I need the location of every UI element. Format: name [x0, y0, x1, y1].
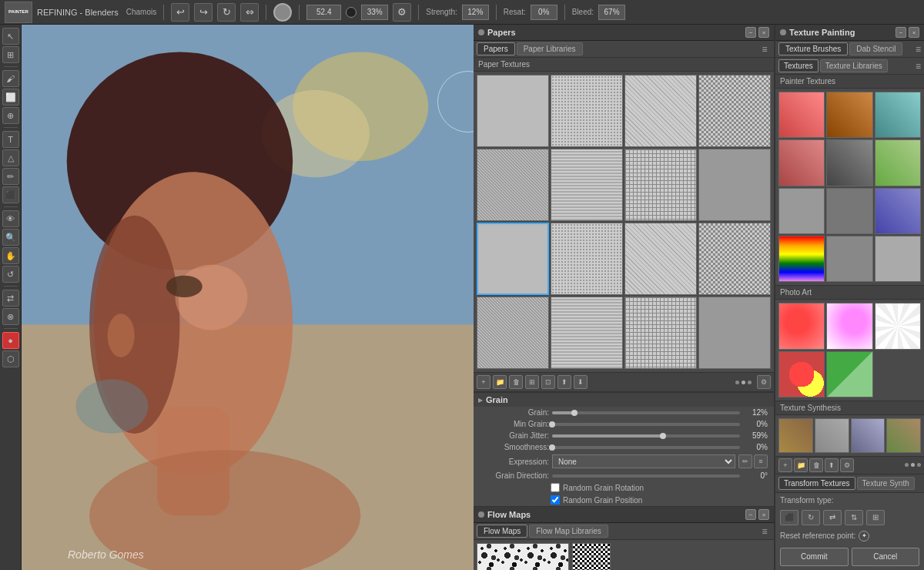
random-position-checkbox[interactable] [551, 495, 560, 505]
ptb-dot-2[interactable] [742, 381, 745, 384]
texture-thumb-4[interactable] [698, 75, 771, 147]
flowmaps-minimize-btn[interactable]: − [745, 509, 756, 520]
photo-thumb-1[interactable] [778, 303, 825, 349]
synth-thumb-2[interactable] [815, 418, 849, 453]
tool-fill[interactable]: ⬛ [2, 186, 19, 203]
papers-minimize-btn[interactable]: − [745, 27, 756, 38]
painter-thumb-3[interactable] [875, 92, 921, 138]
texture-tab-brushes[interactable]: Texture Brushes [778, 42, 848, 55]
grain-slider[interactable] [552, 411, 740, 414]
ptb-dot-1[interactable] [735, 381, 739, 384]
ptb-grid-btn[interactable]: ⊞ [525, 375, 539, 389]
texture-thumb-16[interactable] [698, 297, 771, 369]
expr-menu-btn[interactable]: ≡ [754, 454, 768, 468]
canvas-area[interactable]: Roberto Gomes [22, 25, 474, 570]
papers-close-btn[interactable]: × [758, 27, 769, 38]
synth-thumb-4[interactable] [886, 418, 921, 453]
synth-thumb-1[interactable] [778, 418, 813, 453]
grain-section-header[interactable]: ▶ Grain [474, 393, 774, 407]
undo-button[interactable]: ↩ [171, 3, 189, 22]
photo-thumb-3[interactable] [875, 303, 921, 349]
photo-thumb-2[interactable] [826, 303, 872, 349]
flowmaps-tab-libraries[interactable]: Flow Map Libraries [529, 525, 608, 538]
tool-clone[interactable]: ⊕ [2, 107, 19, 124]
synth-delete-btn[interactable]: 🗑 [809, 458, 823, 472]
ptb-export-btn[interactable]: ⬇ [574, 375, 588, 389]
refresh-button[interactable]: ↻ [217, 3, 236, 22]
texture-sub-tab-libraries[interactable]: Texture Libraries [820, 59, 888, 72]
painter-thumb-2[interactable] [826, 92, 872, 138]
texture-thumb-6[interactable] [551, 149, 623, 221]
tool-pan[interactable]: ✋ [2, 247, 19, 264]
flowmaps-menu-btn[interactable]: ≡ [758, 525, 771, 538]
tool-mirror[interactable]: ⇄ [2, 290, 19, 307]
painter-thumb-10[interactable] [778, 236, 825, 282]
bleed-input[interactable]: 67% [598, 5, 625, 20]
photo-thumb-4[interactable] [778, 351, 825, 397]
texture-thumb-9[interactable] [477, 223, 549, 295]
flowmaps-qr-thumb[interactable]: ⬆ [572, 543, 611, 570]
min-grain-slider[interactable] [552, 423, 740, 426]
texture-minimize-btn[interactable]: − [896, 27, 906, 38]
texture-thumb-15[interactable] [624, 297, 697, 369]
texture-close-btn[interactable]: × [909, 27, 919, 38]
papers-tab-libraries[interactable]: Paper Libraries [517, 42, 583, 55]
tool-eraser[interactable]: ⬜ [2, 89, 19, 106]
transform-tab-synth[interactable]: Texture Synth [857, 477, 915, 490]
texture-thumb-14[interactable] [551, 297, 623, 369]
expr-edit-btn[interactable]: ✏ [738, 454, 752, 468]
ptb-folder-btn[interactable]: 📁 [493, 375, 507, 389]
texture-thumb-8[interactable] [698, 149, 771, 221]
tool-color[interactable]: ● [2, 332, 19, 349]
tool-text[interactable]: T [2, 131, 19, 148]
xf-move-icon[interactable]: ⬛ [780, 510, 798, 525]
xf-flip-v-icon[interactable]: ⇅ [845, 510, 863, 525]
xf-rotate-icon[interactable]: ↻ [802, 510, 820, 525]
painter-thumb-9[interactable] [875, 188, 921, 234]
ptb-settings-btn[interactable]: ⚙ [757, 375, 771, 389]
synth-folder-btn[interactable]: 📁 [794, 458, 808, 472]
painter-thumb-7[interactable] [778, 188, 825, 234]
texture-sub-menu-btn[interactable]: ≡ [916, 61, 921, 72]
texture-thumb-1[interactable] [477, 75, 549, 147]
ptb-dot-3[interactable] [748, 381, 752, 384]
commit-button[interactable]: Commit [780, 548, 849, 566]
tool-crop[interactable]: ⊞ [2, 46, 19, 63]
smooth-slider[interactable] [552, 446, 740, 449]
texture-tab-dab[interactable]: Dab Stencil [849, 42, 902, 55]
direction-slider[interactable] [552, 474, 740, 478]
brush-size-input[interactable]: 52.4 [306, 5, 341, 20]
texture-thumb-5[interactable] [477, 149, 549, 221]
mirror-button[interactable]: ⇔ [240, 3, 259, 22]
resat-input[interactable]: 0% [531, 5, 557, 20]
texture-thumb-2[interactable] [551, 75, 623, 147]
painter-thumb-6[interactable] [875, 139, 921, 186]
ptb-resize-btn[interactable]: ⊡ [541, 375, 555, 389]
xf-scale-icon[interactable]: ⊞ [866, 510, 885, 525]
ptb-delete-btn[interactable]: 🗑 [509, 375, 523, 389]
ptb-add-btn[interactable]: + [477, 375, 490, 389]
texture-sub-tab-textures[interactable]: Textures [778, 59, 819, 72]
synth-import-btn[interactable]: ⬆ [825, 458, 839, 472]
texture-thumb-11[interactable] [624, 223, 697, 295]
synth-dot-2[interactable] [911, 463, 915, 467]
painter-thumb-12[interactable] [875, 236, 921, 282]
transform-tab-main[interactable]: Transform Textures [778, 477, 855, 490]
random-rotation-checkbox[interactable] [551, 483, 560, 492]
synth-thumb-3[interactable] [851, 418, 886, 453]
texture-thumb-12[interactable] [698, 223, 771, 295]
painter-thumb-5[interactable] [826, 139, 872, 186]
papers-menu-btn[interactable]: ≡ [758, 43, 771, 55]
texture-thumb-13[interactable] [477, 297, 549, 369]
brush-opacity-input[interactable]: 33% [361, 5, 388, 20]
synth-add-btn[interactable]: + [778, 458, 792, 472]
ptb-import-btn[interactable]: ⬆ [557, 375, 571, 389]
tool-symmetry[interactable]: ⊗ [2, 308, 19, 325]
brush-preview[interactable] [273, 3, 292, 22]
strength-input[interactable]: 12% [462, 5, 489, 20]
photo-thumb-5[interactable] [826, 351, 872, 397]
texture-thumb-7[interactable] [624, 149, 697, 221]
flowmaps-tab-main[interactable]: Flow Maps [477, 525, 527, 538]
tool-swatch[interactable]: ⬡ [2, 350, 19, 367]
papers-tab-papers[interactable]: Papers [477, 42, 515, 55]
